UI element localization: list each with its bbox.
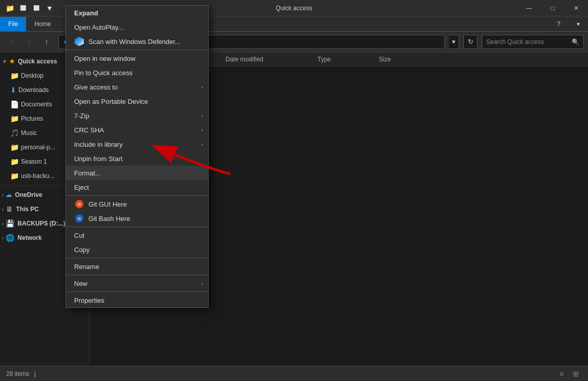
- sidebar-season-label: Season 1: [21, 158, 47, 165]
- sidebar-quick-access-label: Quick access: [18, 58, 57, 65]
- status-bar: 28 items | ≡ ⊞: [0, 366, 588, 381]
- close-button[interactable]: ✕: [564, 0, 588, 16]
- help-icon[interactable]: ?: [549, 17, 569, 31]
- ctx-copy-label: Copy: [74, 246, 89, 254]
- ctx-crc-arrow: ›: [201, 127, 203, 133]
- window-title: Quick access: [276, 5, 312, 12]
- search-icon: 🔍: [572, 38, 579, 46]
- folder-icon: 📁: [10, 143, 19, 151]
- tab-file[interactable]: File: [0, 17, 26, 31]
- status-separator: |: [34, 370, 36, 377]
- ctx-item-properties[interactable]: Properties: [66, 293, 208, 307]
- search-bar[interactable]: Search Quick access 🔍: [482, 35, 584, 49]
- ctx-item-open-autoplay[interactable]: Open AutoPlay...: [66, 20, 208, 34]
- status-list-view-icon[interactable]: ≡: [555, 368, 568, 380]
- backups-expand-arrow: ›: [2, 221, 4, 227]
- ctx-separator-1: [66, 50, 208, 50]
- ctx-separator-6: [66, 292, 208, 292]
- network-expand-arrow: ›: [2, 235, 4, 241]
- ctx-separator-5: [66, 275, 208, 275]
- ctx-item-git-bash[interactable]: G Git Bash Here: [66, 211, 208, 226]
- col-header-date[interactable]: Date modified: [221, 56, 313, 63]
- context-menu: Expand Open AutoPlay... Scan with Window…: [65, 5, 209, 308]
- col-header-size[interactable]: Size: [375, 56, 426, 63]
- ctx-new-arrow: ›: [201, 281, 203, 286]
- ctx-item-expand[interactable]: Expand: [66, 6, 208, 20]
- ctx-format-label: Format...: [74, 169, 101, 177]
- ctx-separator-2: [66, 195, 208, 196]
- ctx-give-access-arrow: ›: [201, 84, 203, 90]
- title-icon3: ⬜: [31, 3, 42, 14]
- ctx-new-label: New: [74, 280, 87, 287]
- sidebar-personal-label: personal-p...: [21, 144, 55, 151]
- status-detail-view-icon[interactable]: ⊞: [570, 368, 582, 380]
- ctx-crc-label: CRC SHA: [74, 126, 104, 134]
- ctx-portable-label: Open as Portable Device: [74, 98, 148, 105]
- ctx-item-7zip[interactable]: 7-Zip ›: [66, 108, 208, 123]
- folder-icon: 📁: [10, 72, 19, 80]
- ctx-unpin-label: Unpin from Start: [74, 155, 123, 163]
- onedrive-expand-arrow: ›: [2, 192, 4, 198]
- drive-icon: 💾: [6, 219, 14, 228]
- music-icon: 🎵: [10, 129, 19, 137]
- ctx-item-scan-defender[interactable]: Scan with Windows Defender...: [66, 34, 208, 49]
- git-bash-icon: G: [74, 213, 84, 223]
- ctx-item-new[interactable]: New ›: [66, 276, 208, 290]
- sidebar-desktop-label: Desktop: [21, 72, 43, 79]
- git-gui-icon: G: [74, 199, 84, 209]
- sidebar-onedrive-label: OneDrive: [15, 191, 42, 198]
- ctx-item-git-gui[interactable]: G Git GUI Here: [66, 197, 208, 211]
- ctx-item-give-access[interactable]: Give access to ›: [66, 80, 208, 94]
- address-dropdown[interactable]: ▾: [449, 35, 459, 49]
- ctx-eject-label: Eject: [74, 184, 89, 191]
- ctx-item-unpin-start[interactable]: Unpin from Start: [66, 151, 208, 166]
- ctx-separator-3: [66, 227, 208, 227]
- pc-icon: 🖥: [6, 205, 13, 213]
- ribbon-expand[interactable]: ▾: [569, 17, 588, 31]
- folder-icon: 📁: [10, 158, 19, 166]
- sidebar-pictures-label: Pictures: [21, 115, 43, 122]
- ctx-item-pin-quick-access[interactable]: Pin to Quick access: [66, 65, 208, 80]
- thispc-expand-arrow: ›: [2, 207, 4, 212]
- forward-button[interactable]: ›: [21, 35, 37, 49]
- ctx-rename-label: Rename: [74, 263, 99, 271]
- ctx-item-crc-sha[interactable]: CRC SHA ›: [66, 123, 208, 137]
- title-bar-controls: — □ ✕: [517, 0, 588, 16]
- back-button[interactable]: ‹: [4, 35, 19, 49]
- ctx-item-format[interactable]: Format...: [66, 166, 208, 180]
- up-button[interactable]: ↑: [39, 35, 54, 49]
- defender-icon: [74, 36, 84, 47]
- ctx-item-open-new-window[interactable]: Open in new window: [66, 51, 208, 65]
- status-icons: ≡ ⊞: [555, 368, 582, 380]
- ctx-properties-label: Properties: [74, 297, 104, 304]
- ctx-item-rename[interactable]: Rename: [66, 259, 208, 274]
- col-header-type[interactable]: Type: [313, 56, 375, 63]
- folder-icon: 📁: [10, 115, 19, 123]
- ctx-expand-label: Expand: [74, 9, 98, 17]
- ctx-pin-label: Pin to Quick access: [74, 69, 132, 77]
- sidebar-music-label: Music: [21, 129, 37, 137]
- sidebar-backups-label: BACKUPS (D:...): [17, 220, 65, 227]
- network-icon: 🌐: [6, 234, 14, 242]
- ctx-item-include-library[interactable]: Include in library ›: [66, 137, 208, 151]
- app-icon: 📁: [4, 3, 15, 14]
- sidebar-downloads-label: Downloads: [18, 86, 49, 94]
- title-bar-icons: 📁 ⬜ ⬜ ▼: [4, 3, 55, 14]
- quick-access-expand-arrow: ▼: [2, 59, 7, 64]
- ctx-item-eject[interactable]: Eject: [66, 180, 208, 194]
- ctx-defender-label: Scan with Windows Defender...: [88, 38, 180, 46]
- sidebar-thispc-label: This PC: [16, 206, 39, 213]
- maximize-button[interactable]: □: [541, 0, 564, 16]
- ctx-item-copy[interactable]: Copy: [66, 242, 208, 257]
- ctx-item-open-portable[interactable]: Open as Portable Device: [66, 94, 208, 108]
- ctx-include-label: Include in library: [74, 141, 123, 148]
- ctx-item-cut[interactable]: Cut: [66, 228, 208, 242]
- folder-icon: 📄: [10, 100, 19, 108]
- quick-access-icon: ★: [9, 58, 15, 65]
- status-item-count: 28 items |: [6, 370, 39, 377]
- tab-home[interactable]: Home: [26, 17, 59, 31]
- minimize-button[interactable]: —: [517, 0, 541, 16]
- sidebar-network-label: Network: [17, 234, 41, 241]
- sidebar-usb-label: usb-backu...: [21, 172, 54, 180]
- refresh-button[interactable]: ↻: [463, 35, 478, 49]
